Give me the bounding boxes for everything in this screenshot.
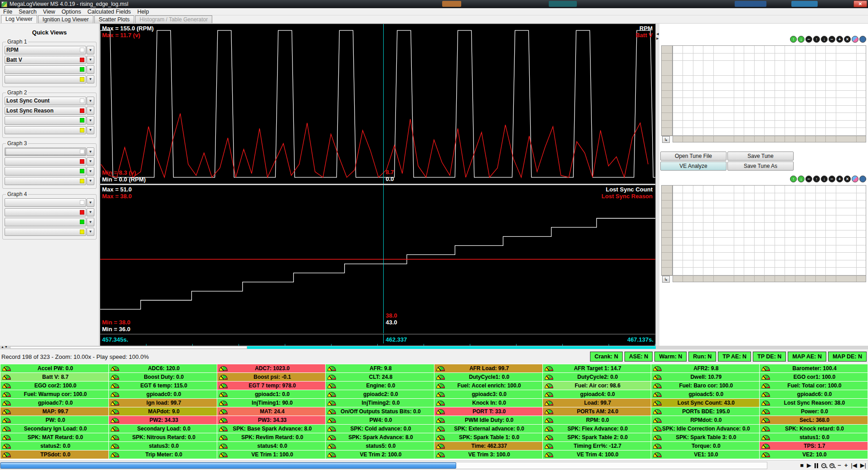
- gauge-cell[interactable]: SPK: Spark Table 1: 0.0: [434, 433, 542, 441]
- menu-item[interactable]: Calculated Fields: [84, 9, 134, 15]
- speed-increase-button[interactable]: +: [844, 461, 848, 470]
- field-combo[interactable]: [5, 177, 86, 186]
- gauge-cell[interactable]: SPK: Flex Advance: 0.0: [543, 425, 651, 433]
- table-toolbar-icon[interactable]: ↑: [813, 176, 820, 182]
- gauge-cell[interactable]: Ign load: 99.7: [109, 399, 217, 407]
- chevron-down-icon[interactable]: ▼: [87, 218, 94, 226]
- gauge-cell[interactable]: SPK: Idle Correction Advance: 0.0: [651, 425, 759, 433]
- gauge-cell[interactable]: Secondary Ign Load: 0.0: [0, 425, 108, 433]
- speed-decrease-button[interactable]: −: [838, 461, 841, 470]
- table-toolbar-icon[interactable]: +: [836, 36, 843, 43]
- chevron-down-icon[interactable]: ▼: [87, 65, 94, 74]
- table-toolbar-icon[interactable]: −: [829, 176, 835, 182]
- gauge-cell[interactable]: Secondary Load: 0.0: [109, 425, 217, 433]
- gauge-cell[interactable]: VE Trim 3: 100.0: [434, 450, 542, 459]
- step-forward-button[interactable]: ▶|: [860, 461, 866, 470]
- gauge-cell[interactable]: status3: 0.0: [109, 442, 217, 450]
- menu-item[interactable]: Help: [134, 9, 152, 15]
- gauge-cell[interactable]: Batt V: 8.7: [0, 373, 108, 381]
- gauge-cell[interactable]: Fuel: Warmup cor: 100.0: [0, 390, 108, 398]
- log-scrollbar[interactable]: [0, 462, 767, 469]
- table-toolbar-icon[interactable]: ↓: [798, 36, 805, 43]
- gauge-cell[interactable]: Fuel: Baro cor: 100.0: [651, 382, 759, 390]
- gauge-cell[interactable]: AFR2: 9.8: [651, 364, 759, 372]
- gauge-cell[interactable]: DutyCycle1: 0.0: [434, 373, 542, 381]
- tab[interactable]: Histogram / Table Generator: [135, 15, 213, 23]
- gauge-cell[interactable]: EGT 7 temp: 978.0: [217, 382, 325, 390]
- tab[interactable]: Ignition Log Viewer: [38, 15, 93, 23]
- gauge-cell[interactable]: EGO cor1: 100.0: [760, 373, 868, 381]
- graph2-lost-sync[interactable]: Max = 51.0 Max = 38.0 Lost Sync Count Lo…: [100, 185, 655, 333]
- table-toolbar-icon[interactable]: ↓: [821, 36, 828, 43]
- chevron-down-icon[interactable]: ▼: [87, 208, 94, 217]
- gauge-cell[interactable]: Timing Err%: -12.7: [543, 442, 651, 450]
- chevron-down-icon[interactable]: ▼: [87, 198, 94, 207]
- chevron-down-icon[interactable]: ▼: [87, 75, 94, 84]
- table-toolbar-icon[interactable]: [859, 176, 866, 182]
- chart-splitter-strip[interactable]: ▲▼: [0, 346, 868, 349]
- gauge-cell[interactable]: status2: 0.0: [0, 442, 108, 450]
- table-toolbar-icon[interactable]: −: [805, 36, 812, 43]
- gauge-cell[interactable]: SecL: 368.0: [760, 416, 868, 424]
- gauge-cell[interactable]: MAP: 99.7: [0, 407, 108, 416]
- gauge-cell[interactable]: AFR Target 1: 14.7: [543, 364, 651, 372]
- field-combo[interactable]: [5, 157, 86, 166]
- collapse-left-icon[interactable]: ◀: [656, 32, 659, 36]
- tab[interactable]: Log Viewer: [1, 15, 37, 23]
- gauge-cell[interactable]: PORTs BDE: 195.0: [651, 407, 759, 416]
- tune-table-1[interactable]: ↳: [661, 45, 866, 143]
- table-toolbar-icon[interactable]: [859, 36, 866, 43]
- gauge-cell[interactable]: PW4: 0.0: [326, 416, 434, 424]
- table-toolbar-icon[interactable]: ×: [844, 36, 851, 43]
- table-toolbar-icon[interactable]: [852, 36, 858, 43]
- gauge-cell[interactable]: EGT 6 temp: 115.0: [109, 382, 217, 390]
- gauge-cell[interactable]: SPK: Spark Table 3: 0.0: [651, 433, 759, 441]
- gauge-cell[interactable]: Engine: 0.0: [326, 382, 434, 390]
- table2-cells[interactable]: [673, 185, 866, 276]
- gauge-cell[interactable]: VE Trim 1: 100.0: [217, 450, 325, 459]
- field-combo[interactable]: [5, 75, 86, 84]
- gauge-cell[interactable]: PORTs AM: 24.0: [543, 407, 651, 416]
- chevron-down-icon[interactable]: ▼: [87, 46, 94, 54]
- gauge-cell[interactable]: gpioadc4: 0.0: [543, 390, 651, 398]
- field-combo[interactable]: Batt V: [5, 56, 86, 64]
- gauge-cell[interactable]: VE Trim 2: 100.0: [326, 450, 434, 459]
- tune-button[interactable]: Open Tune File: [660, 152, 727, 161]
- gauge-cell[interactable]: Boost psi: -0.1: [217, 373, 325, 381]
- gauge-cell[interactable]: SPK: Revlim Retard: 0.0: [217, 433, 325, 441]
- gauge-cell[interactable]: gpioadc2: 0.0: [326, 390, 434, 398]
- field-combo[interactable]: [5, 218, 86, 226]
- gauge-cell[interactable]: TPS: 1.7: [760, 442, 868, 450]
- tab[interactable]: Scatter Plots: [94, 15, 134, 23]
- chevron-down-icon[interactable]: ▼: [87, 56, 94, 64]
- gauge-cell[interactable]: Knock In: 0.0: [434, 399, 542, 407]
- field-combo[interactable]: [5, 116, 86, 125]
- gauge-cell[interactable]: PW3: 34.33: [217, 416, 325, 424]
- gauge-cell[interactable]: PWM Idle Duty: 0.0: [434, 416, 542, 424]
- gauge-cell[interactable]: TPSdot: 0.0: [0, 450, 108, 459]
- gauge-cell[interactable]: Fuel: Accel enrich: 100.0: [434, 382, 542, 390]
- gauge-cell[interactable]: RPMdot: 0.0: [651, 416, 759, 424]
- gauge-cell[interactable]: gpioadc7: 0.0: [0, 399, 108, 407]
- chevron-down-icon[interactable]: ▼: [87, 116, 94, 125]
- chevron-down-icon[interactable]: ▼: [87, 97, 94, 105]
- menu-item[interactable]: Options: [59, 9, 84, 15]
- table1-cells[interactable]: [673, 45, 866, 136]
- gauge-cell[interactable]: SPK: Knock retard: 0.0: [760, 425, 868, 433]
- table-toolbar-icon[interactable]: ↓: [798, 176, 805, 182]
- field-combo[interactable]: [5, 198, 86, 207]
- field-combo[interactable]: [5, 228, 86, 236]
- gauge-cell[interactable]: MAPdot: 9.0: [109, 407, 217, 416]
- menu-item[interactable]: File: [0, 9, 15, 15]
- chevron-down-icon[interactable]: ▼: [87, 167, 94, 176]
- field-combo[interactable]: [5, 65, 86, 74]
- gauge-cell[interactable]: ADC7: 1023.0: [217, 364, 325, 372]
- field-combo[interactable]: [5, 147, 86, 156]
- gauge-cell[interactable]: AFR Load: 99.7: [434, 364, 542, 372]
- log-chart-area[interactable]: Max = 155.0 (RPM) Max = 11.7 (v) RPM Bat…: [100, 24, 656, 346]
- table2-axis-button[interactable]: ↳: [662, 276, 670, 283]
- tune-button[interactable]: VE Analyze: [660, 162, 727, 171]
- pause-button[interactable]: [814, 463, 818, 468]
- gauge-cell[interactable]: PW2: 34.33: [109, 416, 217, 424]
- tune-button[interactable]: Save Tune As: [727, 162, 794, 171]
